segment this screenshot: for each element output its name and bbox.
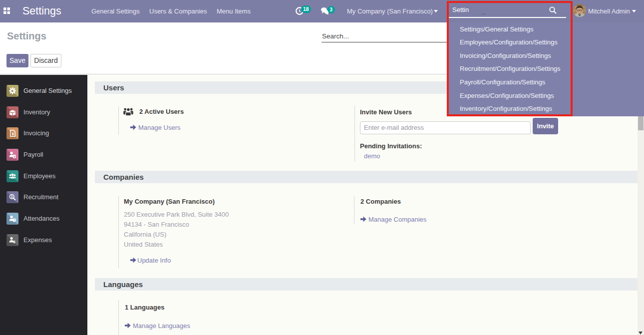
svg-text:$: $ <box>13 155 15 158</box>
svg-text:$: $ <box>13 240 15 244</box>
svg-text:$: $ <box>11 132 14 136</box>
